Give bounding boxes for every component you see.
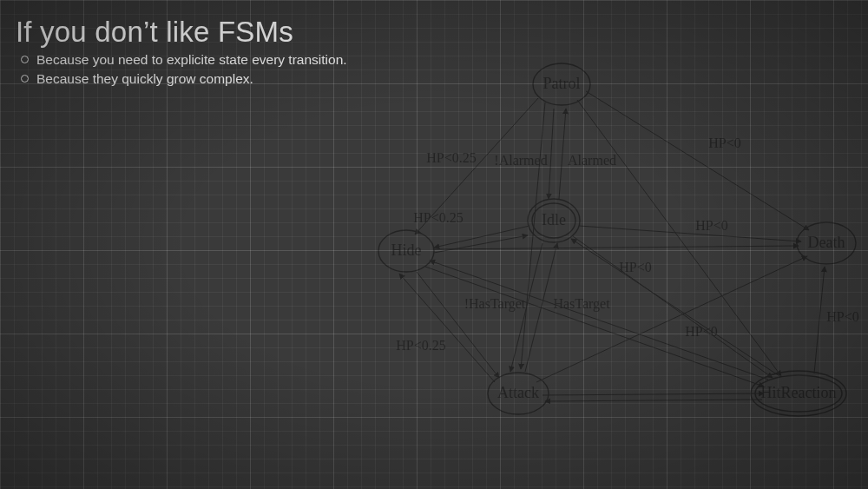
- node-label: Idle: [542, 211, 566, 228]
- edge-label: HP<0: [708, 135, 740, 150]
- edge-label: HasTarget: [553, 296, 610, 312]
- node-label: Hide: [391, 241, 422, 259]
- bullet-item: Because you need to explicite state ever…: [17, 50, 347, 69]
- edge-label: HP<0: [826, 309, 858, 324]
- state-node-attack: Attack: [488, 373, 549, 414]
- node-label: Death: [808, 234, 845, 251]
- bullet-text: Because you need to explicite state ever…: [36, 52, 347, 67]
- bullet-item: Because they quickly grow complex.: [17, 69, 347, 89]
- state-node-hide: Hide: [378, 230, 434, 272]
- node-label: Patrol: [543, 75, 581, 92]
- fsm-diagram: !Alarmed Alarmed HP<0.25 HP<0 !HasTarget…: [347, 48, 868, 456]
- edge-label: HP<0: [685, 324, 717, 339]
- edge-label: HP<0.25: [426, 150, 476, 165]
- edge-label: HP<0: [619, 260, 651, 274]
- edge-label: Alarmed: [568, 153, 616, 168]
- node-label: HitReaction: [761, 384, 837, 401]
- slide-title: If you don’t like FSMs: [16, 16, 293, 49]
- bullet-text: Because they quickly grow complex.: [36, 71, 253, 86]
- edge-label: HP<0.25: [396, 338, 445, 353]
- state-node-hitreaction: HitReaction: [751, 371, 846, 416]
- state-node-idle: Idle: [528, 199, 580, 242]
- node-label: Attack: [497, 384, 539, 401]
- edge-label: HP<0.25: [413, 210, 463, 225]
- edge-label: HP<0: [695, 218, 727, 233]
- state-node-death: Death: [797, 222, 856, 264]
- bullet-list: Because you need to explicite state ever…: [17, 50, 347, 89]
- state-node-patrol: Patrol: [533, 63, 590, 105]
